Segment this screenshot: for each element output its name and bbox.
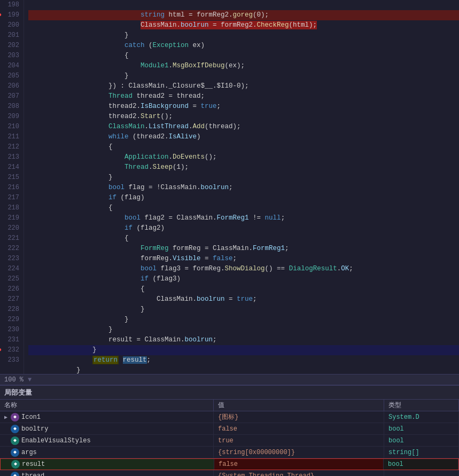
locals-column-headers: 名称 值 类型 <box>0 400 459 411</box>
var-type-evs: bool <box>388 437 404 444</box>
zoom-level: 100 % <box>4 376 24 384</box>
locals-row-enablevisualstyles[interactable]: ▶ ◆ EnableVisualStyles true bool <box>0 435 459 447</box>
var-value-booltry: false <box>218 425 237 433</box>
locals-row-args[interactable]: ▶ ◆ args {string[0x00000000]} string[] <box>0 447 459 458</box>
locals-row-icon1[interactable]: ▶ ◆ Icon1 {图标} System.D <box>0 411 459 423</box>
var-type-result: bool <box>388 461 403 468</box>
type-icon-icon1: ◆ <box>11 413 19 422</box>
var-name-args: args <box>21 449 37 456</box>
locals-panel-title: 局部变量 <box>0 386 459 400</box>
var-name-icon1: Icon1 <box>21 413 41 421</box>
var-value-result: false <box>219 461 238 468</box>
var-name-evs: EnableVisualStyles <box>21 437 91 444</box>
locals-title-text: 局部变量 <box>4 388 32 397</box>
var-value-args: {string[0x00000000]} <box>218 449 295 456</box>
col-header-type: 类型 <box>384 400 459 411</box>
code-line-198: string html = formReg2.goreg(0); <box>28 0 459 10</box>
locals-row-result[interactable]: ▶ ◆ result false bool <box>0 458 459 470</box>
locals-row-booltry[interactable]: ▶ ◆ booltry false bool <box>0 423 459 435</box>
type-icon-booltry: ◆ <box>11 425 19 433</box>
type-icon-thread: ◆ <box>11 472 19 477</box>
expand-icon1[interactable]: ▶ <box>4 414 11 420</box>
var-type-args: string[] <box>388 449 419 456</box>
col-header-value: 值 <box>214 400 384 411</box>
type-icon-args: ◆ <box>11 448 19 457</box>
type-icon-evs: ◆ <box>11 436 19 445</box>
var-type-icon1: System.D <box>388 413 419 421</box>
var-value-thread: {System.Threading.Thread} <box>218 472 314 477</box>
code-content[interactable]: string html = formReg2.goreg(0); ClassMa… <box>24 0 459 374</box>
var-value-evs: true <box>218 437 234 444</box>
col-header-name: 名称 <box>0 400 214 411</box>
var-type-booltry: bool <box>388 425 404 433</box>
locals-row-thread[interactable]: ▶ ◆ thread {System.Threading.Thread} <box>0 470 459 476</box>
type-icon-result: ◆ <box>11 460 20 469</box>
locals-panel: 局部变量 名称 值 类型 ▶ ◆ Icon1 {图标} System.D ▶ ◆ <box>0 385 459 476</box>
var-name-thread: thread <box>21 472 44 477</box>
zoom-indicator: 100 % ▼ <box>0 374 459 385</box>
code-editor[interactable]: 198 199 200 201 202 203 204 205 206 207 … <box>0 0 459 374</box>
var-value-icon1: {图标} <box>218 412 238 422</box>
line-numbers: 198 199 200 201 202 203 204 205 206 207 … <box>0 0 24 374</box>
var-name-result: result <box>22 461 45 468</box>
var-name-booltry: booltry <box>21 425 48 433</box>
